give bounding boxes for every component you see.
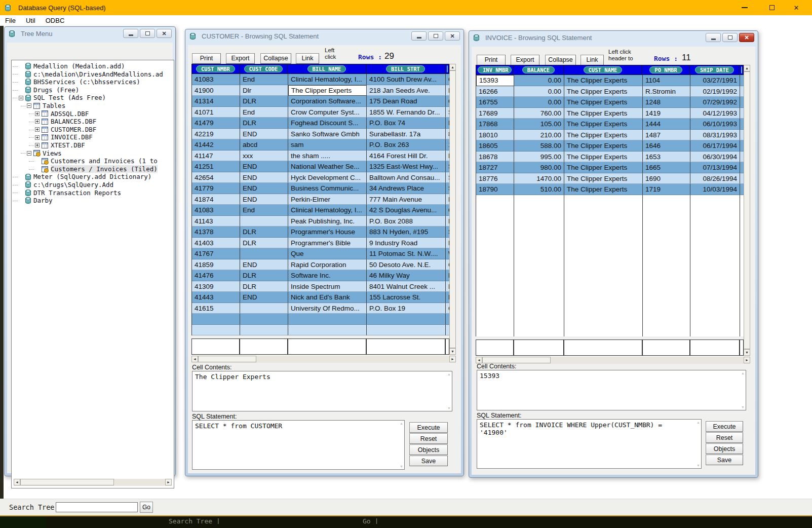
save-button[interactable]: Save [409,456,448,466]
grid-cell[interactable]: 17868 [476,119,514,130]
grid-cell[interactable]: 4100 South Drew Av... [367,74,446,85]
tree-item[interactable]: DTR Transaction Reports [12,189,174,197]
expand-plus-icon[interactable] [35,143,40,147]
grid-cell[interactable]: Clinical Hematology, I... [288,205,367,216]
execute-button[interactable]: Execute [409,422,448,433]
grid-cell[interactable]: DLR [240,96,288,107]
grid-cell[interactable]: University Of Redmo... [288,303,367,314]
grid-cell[interactable]: 34 Andrews Place [367,183,446,194]
h-scrollbar-thumb[interactable] [20,479,114,485]
grid-cell[interactable]: 1487 [643,130,690,141]
grid-cell[interactable]: 41071 [192,107,240,118]
grid-cell[interactable]: 0.00 [514,97,564,108]
tree-horizontal-scrollbar[interactable]: ◄ ► [14,479,172,486]
grid-cell[interactable]: 18678 [476,152,514,163]
grid-cell[interactable]: 18727 [476,162,514,173]
tree-item[interactable]: Darby [12,197,174,205]
grid-cell[interactable]: DLR [240,227,288,238]
scroll-right-icon[interactable]: ► [744,357,750,363]
grid-cell[interactable]: END [240,183,288,194]
grid-cell[interactable]: END [240,172,288,183]
grid-cell[interactable]: Dlr [240,85,288,96]
collapse-button[interactable]: Collapse [260,53,291,64]
empty-cell[interactable] [642,340,690,356]
grid-cell[interactable]: 41314 [192,96,240,107]
grid-cell[interactable]: END [240,161,288,172]
grid-cell[interactable]: 1653 [643,152,690,163]
grid-cell[interactable]: 11 Potomac St. N.W.... [367,248,446,259]
grid-cell[interactable]: 155 Lacrosse St. [367,292,446,303]
grid-cell[interactable]: The Clipper Experts [564,173,643,184]
grid-cell[interactable]: 02/19/1992 [690,86,740,97]
grid-cell[interactable]: 41403 [192,238,240,249]
grid-cell[interactable]: Clinical Hematology, I... [288,74,367,85]
grid-cell[interactable]: 1444 [643,119,690,130]
empty-cell[interactable] [476,340,514,356]
v-scrollbar-thumb[interactable] [449,70,456,348]
grid-cell[interactable]: 07/29/1992 [690,97,740,108]
column-header[interactable]: BALANCE [514,65,564,75]
tree-item[interactable]: Drugs (Free) [12,86,174,94]
grid-cell[interactable]: 1419 [643,108,690,119]
grid-cell[interactable]: abcd [240,139,288,150]
column-header[interactable]: CUST_NAME [564,65,642,75]
grid-cell[interactable]: 41443 [192,292,240,303]
empty-cell[interactable] [240,338,288,355]
grid-cell[interactable]: Software Inc. [288,270,367,281]
tree-item[interactable]: Tables [12,102,174,110]
grid-cell[interactable]: National Weather Se... [288,161,367,172]
tree-close-button[interactable]: ✕ [157,29,172,38]
grid-cell[interactable]: Rapid Corporation [288,259,367,271]
empty-cell[interactable] [445,338,449,355]
grid-cell[interactable]: Programmer's Bible [288,238,367,249]
print-button[interactable]: Print [477,55,506,65]
grid-cell[interactable]: Que [288,248,367,259]
grid-cell[interactable]: 980.00 [514,162,564,173]
tree-minimize-button[interactable] [123,29,138,38]
scroll-up-icon[interactable]: ▲ [741,371,745,375]
grid-cell[interactable]: 41479 [192,118,240,129]
empty-cell[interactable] [564,340,642,356]
grid-cell[interactable]: Nick and Ed's Bank [288,292,367,303]
expand-plus-icon[interactable] [35,119,40,124]
grid-cell[interactable]: 995.00 [514,152,564,163]
close-button[interactable]: ✕ [785,0,808,15]
scroll-down-icon[interactable]: ▼ [697,464,700,467]
invoice-close-button[interactable]: ✕ [739,33,754,42]
grid-cell[interactable] [240,303,288,314]
grid-cell[interactable]: 41147 [192,150,240,162]
grid-cell[interactable]: 1665 [643,162,690,173]
grid-cell[interactable]: 06/17/1994 [690,140,740,152]
grid-cell[interactable]: Peak Publishing, Inc. [288,216,367,227]
grid-cell[interactable]: 4164 Forest Hill Dr. [367,150,446,162]
customer-vertical-scrollbar[interactable]: ▲ ▼ [449,64,456,355]
grid-cell[interactable]: Hyck Development C... [288,172,367,183]
empty-cell[interactable] [740,340,744,356]
column-header[interactable]: BILL_NAME [288,64,366,74]
grid-cell[interactable]: 41476 [192,270,240,281]
grid-cell[interactable]: 04/12/1993 [690,108,740,119]
grid-cell[interactable]: 17689 [476,108,514,119]
reset-button[interactable]: Reset [409,433,448,444]
grid-cell[interactable]: 510.00 [514,184,564,195]
scroll-down-icon[interactable]: ▼ [449,348,456,355]
link-button[interactable]: Link [581,55,604,65]
grid-cell[interactable]: Sanko Software Gmbh [288,129,367,140]
tree-item[interactable]: SQL Test (Ads Free) [12,94,174,102]
scroll-down-icon[interactable]: ▼ [447,406,451,410]
customer-minimize-button[interactable] [411,31,427,41]
grid-cell[interactable]: 883 N Hyden, #195 [367,227,446,238]
customer-restore-button[interactable] [428,31,443,41]
grid-cell[interactable]: 218 Jan Seeds Ave. [367,85,446,96]
collapse-minus-icon[interactable] [27,151,31,156]
tree-item[interactable]: Medallion (Medalion.add) [12,62,174,70]
menu-file[interactable]: File [0,17,21,24]
grid-cell[interactable]: 41859 [192,259,240,271]
grid-cell[interactable]: DLR [240,281,288,292]
grid-cell[interactable]: 42 S Douglas Avenu... [367,205,446,216]
minimize-button[interactable] [733,0,756,15]
grid-cell[interactable]: Balltown And Consau... [367,172,446,183]
grid-cell[interactable]: 210.00 [514,130,564,141]
grid-cell[interactable]: 18776 [476,173,514,184]
customer-horizontal-scrollbar[interactable]: ◄ ► [191,356,456,363]
